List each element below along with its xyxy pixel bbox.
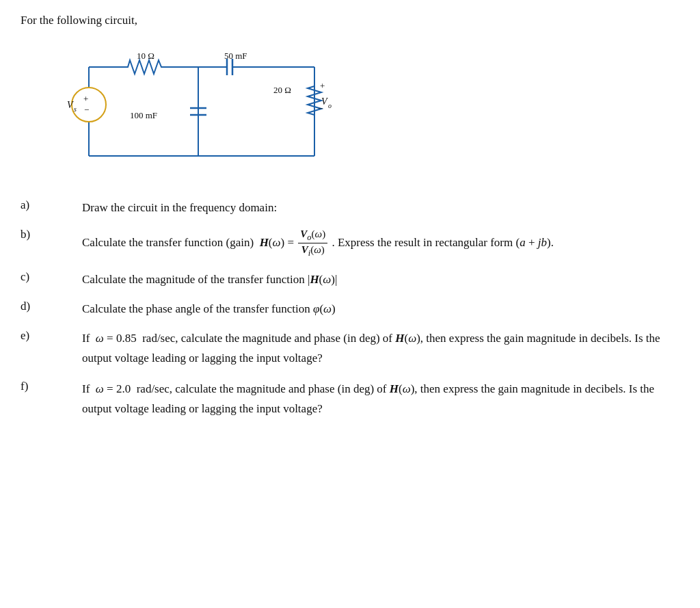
svg-text:+: +: [83, 94, 88, 104]
circuit-diagram: 10 Ω 50 mF V s + −: [48, 40, 335, 183]
svg-text:20 Ω: 20 Ω: [273, 85, 291, 95]
section-c-content: Calculate the magnitude of the transfer …: [82, 270, 679, 289]
section-d: d) Calculate the phase angle of the tran…: [21, 300, 679, 318]
svg-text:V: V: [321, 96, 328, 107]
intro-text: For the following circuit,: [21, 14, 679, 27]
section-e-label: e): [21, 329, 82, 369]
section-c: c) Calculate the magnitude of the transf…: [21, 270, 679, 289]
section-f: f) If ω = 2.0 rad/sec, calculate the mag…: [21, 380, 679, 419]
section-a-content: Draw the circuit in the frequency domain…: [82, 198, 679, 217]
svg-text:100 mF: 100 mF: [130, 110, 157, 120]
section-b-content: Calculate the transfer function (gain) H…: [82, 228, 679, 259]
section-a: a) Draw the circuit in the frequency dom…: [21, 198, 679, 217]
section-b: b) Calculate the transfer function (gain…: [21, 228, 679, 259]
section-e: e) If ω = 0.85 rad/sec, calculate the ma…: [21, 329, 679, 369]
section-d-content: Calculate the phase angle of the transfe…: [82, 300, 679, 318]
svg-text:V: V: [67, 100, 74, 110]
section-b-label: b): [21, 228, 82, 259]
svg-text:−: −: [84, 105, 89, 115]
section-a-label: a): [21, 198, 82, 217]
section-c-label: c): [21, 270, 82, 289]
svg-text:o: o: [328, 102, 332, 109]
svg-text:s: s: [74, 105, 77, 113]
svg-text:+: +: [320, 81, 325, 91]
section-e-content: If ω = 0.85 rad/sec, calculate the magni…: [82, 329, 679, 369]
section-d-label: d): [21, 300, 82, 318]
section-f-content: If ω = 2.0 rad/sec, calculate the magnit…: [82, 380, 679, 419]
section-f-label: f): [21, 380, 82, 419]
